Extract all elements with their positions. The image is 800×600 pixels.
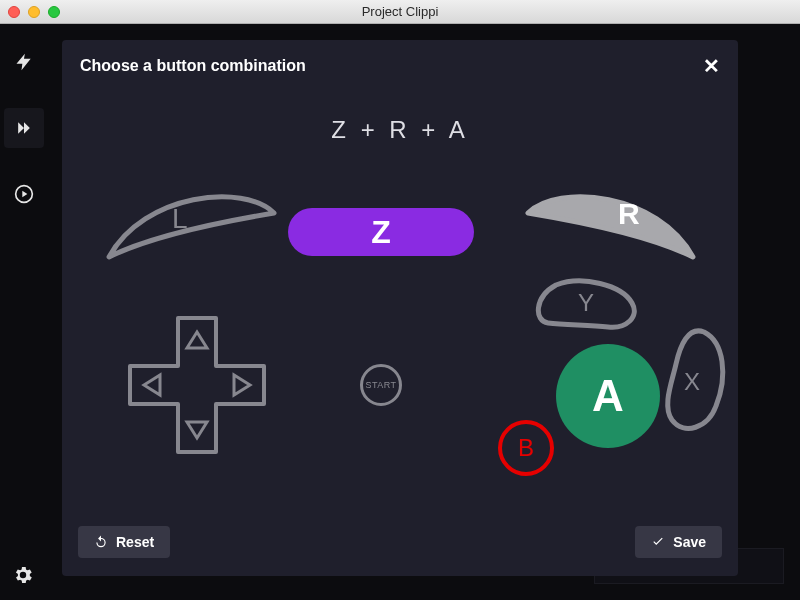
- window-title: Project Clippi: [0, 4, 800, 19]
- chevron-right-double-icon: [14, 118, 34, 138]
- sidebar-item-quick[interactable]: [4, 42, 44, 82]
- z-button[interactable]: Z: [288, 208, 474, 256]
- trigger-r-label: R: [618, 197, 640, 231]
- trigger-l-shape: [94, 179, 284, 269]
- b-button-label: B: [518, 434, 534, 462]
- modal-title: Choose a button combination: [80, 57, 306, 75]
- dpad-right-button[interactable]: [216, 366, 264, 404]
- a-button[interactable]: A: [556, 344, 660, 448]
- bolt-icon: [14, 52, 34, 72]
- y-button[interactable]: Y: [530, 277, 640, 335]
- dpad-down-button[interactable]: [178, 404, 216, 452]
- a-button-label: A: [592, 371, 624, 421]
- x-button[interactable]: X: [658, 324, 728, 436]
- reset-button[interactable]: Reset: [78, 526, 170, 558]
- traffic-lights: [8, 6, 60, 18]
- reset-button-label: Reset: [116, 534, 154, 550]
- dpad-left-button[interactable]: [130, 366, 178, 404]
- modal-footer: Reset Save: [62, 510, 738, 576]
- x-button-label: X: [684, 368, 700, 396]
- modal-header: Choose a button combination ✕: [62, 40, 738, 88]
- controller-layout: L R Z: [62, 164, 738, 510]
- settings-icon[interactable]: [12, 564, 34, 590]
- dpad: [126, 314, 268, 456]
- close-window-button[interactable]: [8, 6, 20, 18]
- save-button[interactable]: Save: [635, 526, 722, 558]
- window-titlebar: Project Clippi: [0, 0, 800, 24]
- trigger-r-shape: [518, 179, 708, 269]
- trigger-l-label: L: [172, 203, 188, 235]
- dpad-up-button[interactable]: [178, 318, 216, 366]
- check-icon: [651, 535, 665, 549]
- save-button-label: Save: [673, 534, 706, 550]
- zoom-window-button[interactable]: [48, 6, 60, 18]
- combo-display: Z + R + A: [62, 88, 738, 164]
- z-button-label: Z: [371, 214, 391, 251]
- play-circle-icon: [14, 184, 34, 204]
- side-toolbar: [0, 24, 48, 600]
- sidebar-item-play[interactable]: [4, 174, 44, 214]
- y-button-label: Y: [578, 289, 594, 317]
- start-button-label: START: [365, 380, 396, 390]
- b-button[interactable]: B: [498, 420, 554, 476]
- undo-icon: [94, 535, 108, 549]
- trigger-l-button[interactable]: L: [94, 179, 284, 269]
- close-icon[interactable]: ✕: [703, 54, 720, 78]
- trigger-r-button[interactable]: R: [518, 179, 708, 269]
- start-button[interactable]: START: [360, 364, 402, 406]
- sidebar-item-expand[interactable]: [4, 108, 44, 148]
- minimize-window-button[interactable]: [28, 6, 40, 18]
- button-combo-modal: Choose a button combination ✕ Z + R + A …: [62, 40, 738, 576]
